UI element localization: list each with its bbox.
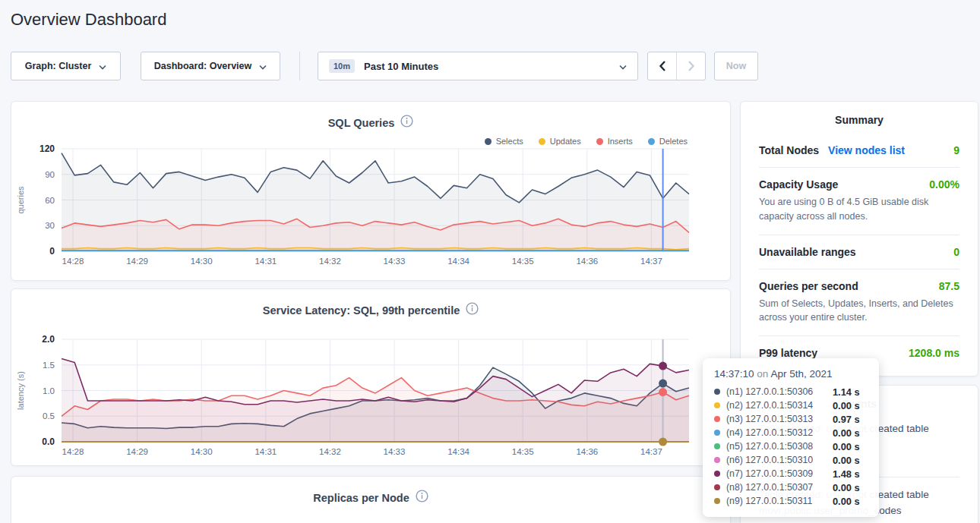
time-step-buttons bbox=[647, 52, 706, 80]
svg-text:14:35: 14:35 bbox=[512, 447, 534, 456]
svg-text:30: 30 bbox=[45, 221, 55, 230]
svg-text:14:37: 14:37 bbox=[640, 447, 662, 456]
svg-text:14:28: 14:28 bbox=[62, 257, 84, 266]
chevron-down-icon bbox=[99, 59, 106, 73]
tooltip-row: (n3) 127.0.0.1:503130.97 s bbox=[714, 412, 868, 426]
tooltip-row: (n1) 127.0.0.1:503061.14 s bbox=[714, 385, 868, 399]
node-latency-value: 0.00 s bbox=[833, 455, 860, 466]
unavailable-ranges-value: 0 bbox=[953, 246, 959, 258]
tooltip-row: (n5) 127.0.0.1:503080.00 s bbox=[714, 440, 868, 453]
graph-selector-dropdown[interactable]: Graph: Cluster bbox=[11, 52, 121, 80]
node-latency-value: 0.00 s bbox=[833, 482, 860, 493]
now-button-label: Now bbox=[726, 61, 746, 71]
node-address: (n7) 127.0.0.1:50309 bbox=[726, 468, 833, 479]
svg-text:14:36: 14:36 bbox=[576, 447, 598, 456]
next-time-button[interactable] bbox=[676, 52, 705, 80]
svg-text:14:37: 14:37 bbox=[640, 257, 662, 266]
dashboard-selector-dropdown[interactable]: Dashboard: Overview bbox=[141, 52, 280, 80]
queries-per-second-value: 87.5 bbox=[939, 280, 959, 292]
svg-text:14:28: 14:28 bbox=[62, 447, 84, 456]
svg-text:60: 60 bbox=[45, 196, 55, 205]
queries-per-second-label: Queries per second bbox=[759, 280, 858, 292]
svg-text:120: 120 bbox=[40, 144, 55, 154]
svg-text:90: 90 bbox=[45, 170, 55, 179]
total-nodes-value: 9 bbox=[953, 144, 959, 156]
tooltip-row: (n4) 127.0.0.1:503120.00 s bbox=[714, 426, 868, 440]
info-icon[interactable] bbox=[416, 490, 428, 506]
node-color-dot bbox=[714, 416, 720, 422]
summary-total-nodes-row: Total Nodes View nodes list 9 bbox=[759, 144, 959, 156]
page-title: Overview Dashboard bbox=[11, 10, 166, 30]
sql-queries-card: SQL Queries SelectsUpdatesInsertsDeletes… bbox=[11, 101, 731, 281]
graph-selector-label: Graph: Cluster bbox=[25, 61, 92, 71]
svg-text:14:29: 14:29 bbox=[126, 257, 148, 266]
node-color-dot bbox=[714, 402, 720, 408]
summary-unavailable-row: Unavailable ranges 0 bbox=[759, 246, 959, 258]
node-latency-value: 0.00 s bbox=[833, 496, 860, 507]
node-color-dot bbox=[714, 430, 720, 436]
svg-text:14:36: 14:36 bbox=[576, 257, 598, 266]
now-button[interactable]: Now bbox=[714, 52, 758, 80]
info-icon[interactable] bbox=[466, 302, 479, 318]
capacity-usage-label: Capacity Usage bbox=[759, 178, 838, 191]
capacity-usage-value: 0.00% bbox=[929, 178, 959, 191]
svg-text:14:29: 14:29 bbox=[126, 447, 148, 456]
svg-text:14:34: 14:34 bbox=[447, 257, 469, 266]
prev-time-button[interactable] bbox=[648, 52, 676, 80]
node-address: (n3) 127.0.0.1:50313 bbox=[726, 414, 833, 424]
node-address: (n2) 127.0.0.1:50314 bbox=[726, 400, 833, 411]
svg-text:14:30: 14:30 bbox=[191, 447, 213, 456]
controls-divider bbox=[299, 52, 300, 80]
view-nodes-list-link[interactable]: View nodes list bbox=[828, 144, 905, 156]
info-icon[interactable] bbox=[400, 115, 413, 131]
summary-heading: Summary bbox=[759, 114, 959, 126]
service-latency-title: Service Latency: SQL, 99th percentile bbox=[263, 304, 460, 317]
sql-queries-title: SQL Queries bbox=[328, 117, 395, 129]
p99-latency-label: P99 latency bbox=[759, 347, 817, 359]
node-address: (n6) 127.0.0.1:50310 bbox=[726, 455, 833, 465]
unavailable-ranges-label: Unavailable ranges bbox=[759, 246, 856, 258]
svg-text:0.0: 0.0 bbox=[42, 436, 55, 447]
summary-capacity-row: Capacity Usage 0.00% bbox=[759, 178, 959, 191]
summary-divider bbox=[759, 269, 959, 269]
node-address: (n5) 127.0.0.1:50308 bbox=[726, 441, 833, 452]
total-nodes-label: Total Nodes bbox=[759, 144, 819, 156]
summary-qps-row: Queries per second 87.5 bbox=[759, 280, 959, 292]
chevron-down-icon bbox=[619, 59, 627, 73]
chevron-down-icon bbox=[259, 59, 267, 73]
capacity-usage-description: You are using 0 B of 4.5 GiB usable disk… bbox=[759, 195, 959, 224]
tooltip-row: (n9) 127.0.0.1:503110.00 s bbox=[714, 494, 868, 508]
node-color-dot bbox=[714, 457, 720, 463]
tooltip-row: (n8) 127.0.0.1:503070.00 s bbox=[714, 480, 868, 494]
summary-divider bbox=[759, 167, 959, 168]
tooltip-date: Apr 5th, 2021 bbox=[770, 368, 832, 380]
summary-panel: Summary Total Nodes View nodes list 9 Ca… bbox=[740, 101, 978, 376]
node-address: (n4) 127.0.0.1:50312 bbox=[726, 427, 833, 438]
node-latency-value: 0.00 s bbox=[833, 400, 860, 411]
svg-text:14:35: 14:35 bbox=[512, 257, 534, 266]
node-latency-value: 0.00 s bbox=[833, 441, 860, 452]
svg-text:1.0: 1.0 bbox=[43, 386, 55, 395]
replicas-per-node-title: Replicas per Node bbox=[313, 492, 409, 504]
svg-text:14:32: 14:32 bbox=[319, 447, 341, 456]
node-latency-value: 1.48 s bbox=[833, 468, 860, 480]
svg-text:14:31: 14:31 bbox=[254, 257, 277, 266]
node-color-dot bbox=[714, 471, 720, 477]
svg-text:14:31: 14:31 bbox=[254, 447, 277, 456]
time-range-picker[interactable]: 10m Past 10 Minutes bbox=[318, 52, 638, 80]
node-color-dot bbox=[714, 389, 720, 395]
node-address: (n9) 127.0.0.1:50311 bbox=[726, 496, 833, 506]
svg-text:0: 0 bbox=[49, 246, 55, 257]
tooltip-time: 14:37:10 bbox=[714, 368, 754, 380]
summary-divider bbox=[759, 235, 959, 235]
tooltip-rows: (n1) 127.0.0.1:503061.14 s(n2) 127.0.0.1… bbox=[714, 385, 868, 508]
sql-queries-chart[interactable]: 14:2814:2914:3014:3114:3214:3314:3414:35… bbox=[11, 144, 730, 277]
p99-latency-value: 1208.0 ms bbox=[909, 347, 959, 359]
service-latency-chart[interactable]: 14:2814:2914:3014:3114:3214:3314:3414:35… bbox=[11, 332, 730, 465]
chart-hover-tooltip: 14:37:10 on Apr 5th, 2021 (n1) 127.0.0.1… bbox=[703, 358, 879, 517]
time-range-label: Past 10 Minutes bbox=[364, 61, 438, 72]
node-color-dot bbox=[714, 484, 720, 490]
tooltip-timestamp: 14:37:10 on Apr 5th, 2021 bbox=[714, 368, 868, 380]
tooltip-row: (n2) 127.0.0.1:503140.00 s bbox=[714, 399, 868, 412]
qps-description: Sum of Selects, Updates, Inserts, and De… bbox=[759, 297, 959, 326]
